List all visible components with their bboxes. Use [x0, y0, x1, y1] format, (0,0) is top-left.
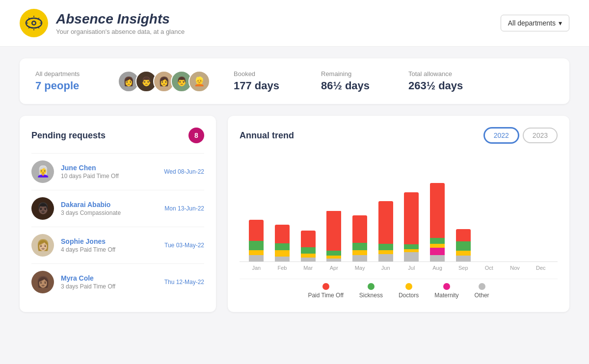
- total-label: Total allowance: [408, 70, 472, 78]
- bar-group-6: [399, 153, 425, 261]
- request-item-2[interactable]: 👨🏿 Dakarai Ababio 3 days Compassionate M…: [31, 190, 204, 227]
- eye-icon: [25, 14, 43, 32]
- request-avatar-3: 👩🏼: [31, 234, 54, 257]
- bar-segment-doc: [352, 250, 367, 255]
- svg-point-2: [33, 22, 35, 25]
- req-detail-1: 10 days Paid Time Off: [61, 173, 157, 180]
- month-label-may: May: [347, 265, 373, 271]
- bar-segment-doc: [430, 244, 445, 248]
- month-label-jul: Jul: [399, 265, 425, 271]
- request-info-4: Myra Cole 3 days Paid Time Off: [61, 274, 158, 290]
- bar-segment-pto: [301, 231, 316, 247]
- year-2023-button[interactable]: 2023: [523, 128, 558, 143]
- legend-dot-other: [479, 283, 485, 290]
- legend-item-other: Other: [475, 283, 489, 299]
- trend-card: Annual trend 2022 2023 JanFebMarAprMayJu…: [228, 116, 569, 312]
- legend-label-other: Other: [475, 292, 489, 299]
- req-name-1: June Chen: [61, 164, 157, 172]
- bar-segment-doc: [456, 251, 471, 256]
- summary-card: All departments 7 people 👩 👨 👩 👨 👱 Booke…: [20, 58, 569, 104]
- legend-label-maternity: Maternity: [434, 292, 458, 299]
- bar-segment-pto: [326, 211, 341, 251]
- bar-segment-other: [352, 255, 367, 261]
- req-name-3: Sophie Jones: [61, 237, 158, 245]
- month-label-aug: Aug: [425, 265, 451, 271]
- request-item[interactable]: 👩‍🦳 June Chen 10 days Paid Time Off Wed …: [31, 153, 204, 190]
- request-item-3[interactable]: 👩🏼 Sophie Jones 4 days Paid Time Off Tue…: [31, 227, 204, 263]
- request-info-1: June Chen 10 days Paid Time Off: [61, 164, 157, 180]
- bar-group-3: [321, 153, 347, 261]
- bar-segment-other: [326, 259, 341, 261]
- month-label-oct: Oct: [476, 265, 502, 271]
- month-labels: JanFebMarAprMayJunJulAugSepOctNovDec: [240, 262, 558, 271]
- app-subtitle: Your organisation's absence data, at a g…: [56, 28, 185, 35]
- dept-label: All departments: [35, 70, 94, 78]
- header: Absence Insights Your organisation's abs…: [0, 0, 589, 47]
- trend-header: Annual trend 2022 2023: [240, 128, 558, 143]
- total-value: 263½ days: [408, 79, 472, 92]
- legend-dot-doctors: [405, 283, 412, 290]
- bar-segment-pto: [352, 215, 367, 243]
- bar-group-8: [450, 153, 476, 261]
- chart-legend: Paid Time OffSicknessDoctorsMaternityOth…: [240, 279, 558, 299]
- req-date-2: Mon 13-Jun-22: [164, 205, 204, 212]
- summary-dept: All departments 7 people: [35, 70, 94, 92]
- legend-item-sickness: Sickness: [359, 283, 383, 299]
- bar-segment-sick: [378, 244, 393, 250]
- bar-segment-doc: [275, 250, 290, 257]
- req-date-4: Thu 12-May-22: [164, 279, 204, 286]
- month-label-sep: Sep: [450, 265, 476, 271]
- bar-segment-pto: [378, 201, 393, 244]
- legend-label-doctors: Doctors: [399, 292, 419, 299]
- bar-group-2: [295, 153, 321, 261]
- legend-dot-sickness: [368, 283, 375, 290]
- legend-label-sickness: Sickness: [359, 292, 383, 299]
- header-title: Absence Insights Your organisation's abs…: [56, 11, 185, 35]
- chevron-down-icon: ▾: [559, 19, 562, 27]
- content-row: Pending requests 8 👩‍🦳 June Chen 10 days…: [20, 116, 569, 312]
- legend-dot-paid-time-off: [322, 283, 329, 290]
- bar-segment-sick: [275, 243, 290, 251]
- year-2022-button[interactable]: 2022: [484, 128, 519, 143]
- month-label-apr: Apr: [321, 265, 347, 271]
- pending-header: Pending requests 8: [31, 128, 204, 143]
- pending-card: Pending requests 8 👩‍🦳 June Chen 10 days…: [20, 116, 216, 312]
- dept-dropdown-label: All departments: [508, 19, 556, 27]
- req-detail-3: 4 days Paid Time Off: [61, 246, 158, 253]
- request-item-4[interactable]: 👩🏽 Myra Cole 3 days Paid Time Off Thu 12…: [31, 263, 204, 300]
- bar-segment-sick: [249, 241, 264, 250]
- bar-group-11: [528, 153, 554, 261]
- bar-segment-other: [456, 256, 471, 261]
- bar-segment-sick: [456, 241, 471, 251]
- year-buttons: 2022 2023: [484, 128, 558, 143]
- bar-group-10: [502, 153, 528, 261]
- request-info-2: Dakarai Ababio 3 days Compassionate: [61, 201, 158, 216]
- legend-item-paid-time-off: Paid Time Off: [308, 283, 343, 299]
- dept-value: 7 people: [35, 79, 94, 92]
- logo: [20, 9, 48, 37]
- bar-group-5: [373, 153, 399, 261]
- legend-item-maternity: Maternity: [434, 283, 458, 299]
- dept-dropdown[interactable]: All departments ▾: [501, 15, 569, 31]
- bar-segment-pto: [430, 183, 445, 238]
- bar-segment-other: [378, 254, 393, 261]
- main-content: All departments 7 people 👩 👨 👩 👨 👱 Booke…: [0, 47, 589, 324]
- month-label-jan: Jan: [243, 265, 269, 271]
- legend-dot-maternity: [443, 283, 450, 290]
- bar-segment-other: [275, 257, 290, 261]
- header-left: Absence Insights Your organisation's abs…: [20, 9, 185, 37]
- bars-container: [240, 153, 558, 262]
- stat-booked: Booked 177 days: [234, 70, 297, 92]
- stat-remaining: Remaining 86½ days: [321, 70, 385, 92]
- bar-segment-pto: [456, 229, 471, 241]
- request-avatar-2: 👨🏿: [31, 197, 54, 220]
- bar-segment-other: [404, 252, 419, 261]
- req-name-2: Dakarai Ababio: [61, 201, 158, 208]
- bar-segment-other: [301, 258, 316, 261]
- req-date-1: Wed 08-Jun-22: [164, 168, 204, 175]
- stat-total: Total allowance 263½ days: [408, 70, 472, 92]
- month-label-mar: Mar: [295, 265, 321, 271]
- bar-segment-sick: [326, 251, 341, 256]
- month-label-dec: Dec: [528, 265, 554, 271]
- bar-segment-sick: [352, 243, 367, 250]
